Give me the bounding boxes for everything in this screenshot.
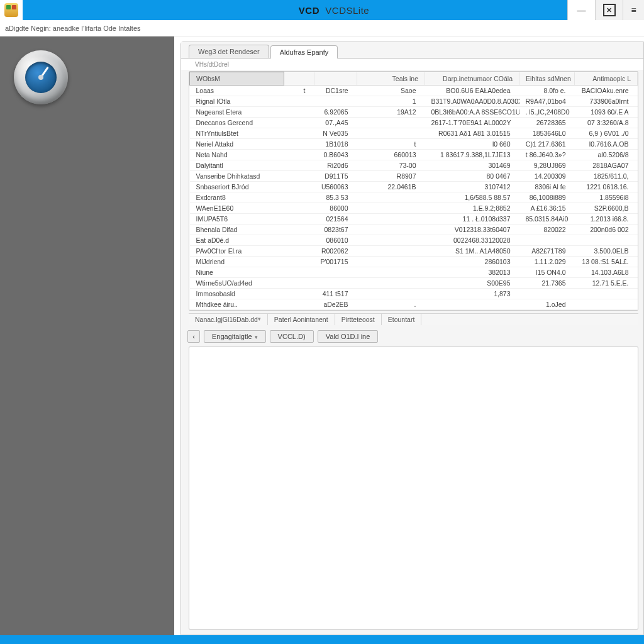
cell-value: 2860103: [425, 257, 519, 267]
table-row[interactable]: NTrYntiulsBtetN Ve035R0631 Aδ1 A81 3.015…: [190, 128, 638, 139]
cell-label: Snbaseriort BJród: [190, 182, 284, 192]
cell-value: [284, 128, 314, 139]
cell-label: Dalyitantl: [190, 160, 284, 171]
cell-value: t: [357, 139, 425, 150]
cell-value: 660013: [357, 150, 425, 160]
gauge-icon[interactable]: [14, 50, 68, 104]
filter-b[interactable]: Paterl Aonintanent: [268, 314, 335, 325]
cell-value: 820022: [519, 225, 575, 235]
cell-value: 07.,A45: [314, 118, 357, 128]
cell-value: [284, 96, 314, 107]
cell-label: Vanseribe Dhihkatasd: [190, 171, 284, 182]
tab-prev[interactable]: ‹: [187, 330, 200, 343]
cell-value: 85.0315.84Ai0: [519, 214, 575, 225]
filter-module[interactable]: Nanac.lgjGl16Dab.dd▾: [189, 314, 268, 325]
table-row[interactable]: WAenE1E60860001.E.9.2;8852A £16.36:15S2P…: [190, 203, 638, 214]
cell-value: [314, 267, 357, 278]
cell-value: 0.B6043: [314, 150, 357, 160]
col-module[interactable]: WObsM: [190, 72, 284, 86]
app-icon: [4, 3, 18, 17]
cell-value: [357, 128, 425, 139]
cell-label: Eat aD0é.d: [190, 235, 284, 246]
table-row[interactable]: Exdcrant885.3 531,6/588.5 88.5786,1008i8…: [190, 192, 638, 203]
table-row[interactable]: Niune382013l15 ON4.014.103.A6L8: [190, 267, 638, 278]
cell-value: N Ve035: [314, 128, 357, 139]
table-row[interactable]: LoaastDC1sreSaoeBO0.6U6 EAŁA0edea8.0fo e…: [190, 86, 638, 96]
cell-value: t: [284, 86, 314, 96]
table-row[interactable]: Wtirne5sUO/ad4edS00E9521.736512.71 5.E.E…: [190, 278, 638, 289]
cell-value: 3107412: [425, 182, 519, 192]
cell-value: [425, 299, 519, 310]
section-caption: VHs/dtDdrel: [181, 58, 643, 71]
menu-bar[interactable]: aDigdte Negin: aneadke I'lifarta Ode Int…: [0, 20, 644, 36]
col-darp[interactable]: Darp.inetnumaor COála: [425, 72, 519, 86]
table-row[interactable]: PAv0Cl'tor El.raR002062S1 1M.. A1A48050A…: [190, 246, 638, 257]
cell-value: [284, 257, 314, 267]
cell-value: R002062: [314, 246, 357, 257]
cell-value: [575, 235, 638, 246]
cell-value: [284, 235, 314, 246]
cell-value: [357, 118, 425, 128]
cell-value: [284, 214, 314, 225]
cell-value: 14.103.A6L8: [575, 267, 638, 278]
tab-measurements[interactable]: Weg3 det Rendeser: [189, 45, 269, 58]
btab-c[interactable]: Vald O1D.I ine: [318, 330, 379, 343]
table-row[interactable]: Eat aD0é.d0860100022468.33120028: [190, 235, 638, 246]
cell-value: U560063: [314, 182, 357, 192]
cell-value: I0.7616.A.OB: [575, 139, 638, 150]
col-eihit[interactable]: Eihitas sdMnen: [519, 72, 575, 86]
window-title: VCD VCDSLite: [24, 5, 644, 16]
cell-label: Exdcrant8: [190, 192, 284, 203]
cell-label: Neriel Attakd: [190, 139, 284, 150]
cell-value: aDe2EB: [314, 299, 357, 310]
cell-value: 1221 0618.16.: [575, 182, 638, 192]
cell-value: R9A47,01bo4: [519, 96, 575, 107]
cell-value: [357, 225, 425, 235]
table-row[interactable]: Nageanst Etera6.9206519A120BL3t6bA00:A.A…: [190, 107, 638, 118]
table-row[interactable]: MiJdriendP'00171528601031.11.2.02913 08.…: [190, 257, 638, 267]
table-row[interactable]: Dnecanos Gercend07.,A452617-1.T'70E9A1 A…: [190, 118, 638, 128]
cell-value: 8306i Al fe: [519, 182, 575, 192]
data-table: WObsM Teals ine Darp.inetnumaor COála Ei…: [189, 72, 638, 310]
cell-value: al0.5206/8: [575, 150, 638, 160]
table-row[interactable]: Neta Nahd0.B60436600131 83617.9.388,1L7J…: [190, 150, 638, 160]
cell-value: 12.71 5.E.E.: [575, 278, 638, 289]
cell-value: 1.oJed: [519, 299, 575, 310]
btab-a[interactable]: Engagitaigtle▾: [204, 330, 266, 343]
btab-b[interactable]: VCCL.D): [270, 330, 314, 343]
cell-value: 301469: [425, 160, 519, 171]
cell-value: 22.0461B: [357, 182, 425, 192]
cell-value: l15 ON4.0: [519, 267, 575, 278]
table-row[interactable]: Rignal IOtla1B31T9.A0WA0AA0D0.8.A03023R9…: [190, 96, 638, 107]
cell-label: Mthdkee áiru..: [190, 299, 284, 310]
table-row[interactable]: Bhenala Difad0823t67V012318.33t604078200…: [190, 225, 638, 235]
more-button[interactable]: ≡: [623, 0, 644, 20]
col-1[interactable]: [284, 72, 314, 86]
minimize-button[interactable]: —: [567, 0, 595, 20]
cell-value: 85.3 53: [314, 192, 357, 203]
table-row[interactable]: Mthdkee áiru..aDe2EB.1.oJed: [190, 299, 638, 310]
table-row[interactable]: IMUPA5T602156411 . Ł.0108d33785.0315.84A…: [190, 214, 638, 225]
col-antim[interactable]: Antimaopic L: [575, 72, 638, 86]
table-row[interactable]: Vanseribe DhihkatasdD911T5R890780 046714…: [190, 171, 638, 182]
close-button[interactable]: [595, 0, 623, 20]
filter-c[interactable]: Pirtteteoost: [335, 314, 382, 325]
table-row[interactable]: DalyitantlRi20d673-003014699,28UJ8692818…: [190, 160, 638, 171]
table-row[interactable]: Immosobasld411 t5171,873: [190, 289, 638, 299]
cell-value: [357, 203, 425, 214]
menu-text: aDigdte Negin: aneadke I'lifarta Ode Int…: [5, 25, 141, 32]
cell-value: [519, 235, 575, 246]
cell-value: . l5.,IC,2408D0: [519, 107, 575, 118]
tab-adaptations[interactable]: Aldufras Epanfy: [270, 45, 338, 58]
cell-label: PAv0Cl'tor El.ra: [190, 246, 284, 257]
table-row[interactable]: Neriel Attakd1B1018tl0 660C)1 217.6361I0…: [190, 139, 638, 150]
filter-d[interactable]: Etountart: [382, 314, 422, 325]
table-row[interactable]: Snbaseriort BJródU56006322.0461B31074128…: [190, 182, 638, 192]
cell-value: [519, 289, 575, 299]
col-teals[interactable]: Teals ine: [357, 72, 425, 86]
cell-label: Niune: [190, 267, 284, 278]
sidebar: [0, 36, 174, 635]
col-2[interactable]: [314, 72, 357, 86]
cell-value: Saoe: [357, 86, 425, 96]
table-header-row: WObsM Teals ine Darp.inetnumaor COála Ei…: [190, 72, 638, 86]
